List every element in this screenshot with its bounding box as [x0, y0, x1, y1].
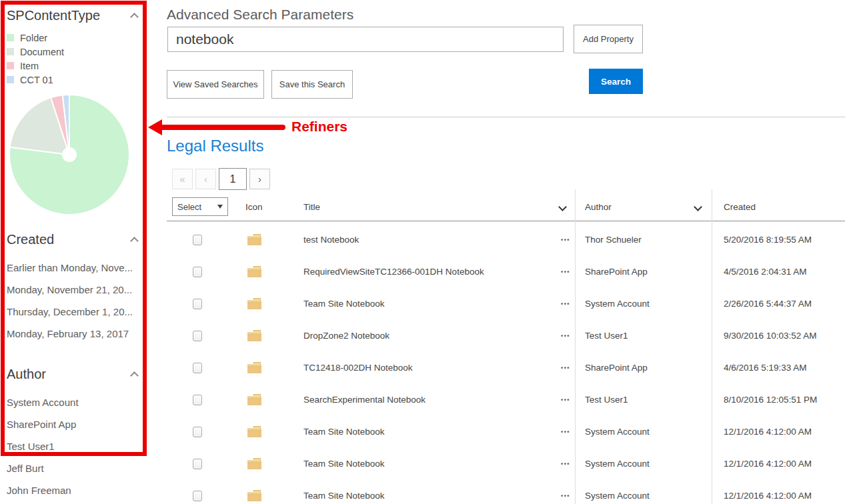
page-title: Advanced Search Parameters — [167, 7, 353, 23]
select-dropdown[interactable]: Select — [172, 197, 228, 216]
result-title: Team Site Notebook — [303, 480, 385, 504]
legend-item[interactable]: Item — [7, 59, 148, 73]
results-table-body: test Notebook ••• Thor Schueler 5/20/201… — [167, 224, 845, 504]
pagination-next-button[interactable]: › — [249, 169, 270, 189]
legend-swatch — [7, 76, 14, 83]
result-title: Team Site Notebook — [303, 288, 385, 320]
refiner-heading-author: Author — [7, 365, 148, 383]
folder-icon — [247, 330, 261, 341]
pagination: « ‹ 1 › — [172, 168, 273, 190]
author-sort-chevron-icon[interactable] — [694, 203, 702, 211]
table-row: DropZone2 Notebook ••• Test User1 9/30/2… — [167, 320, 845, 352]
annotation-arrow-icon — [148, 119, 162, 135]
select-dropdown-caret-icon — [217, 205, 223, 209]
ellipsis-menu-icon[interactable]: ••• — [561, 320, 570, 352]
row-checkbox[interactable] — [193, 267, 202, 277]
result-title: RequiredViewSiteTC12366-001DH Notebook — [303, 256, 484, 288]
refiner-author-option[interactable]: Test User1 — [7, 441, 148, 451]
result-created: 12/1/2016 4:12:00 AM — [724, 480, 812, 504]
result-author: SharePoint App — [585, 352, 648, 384]
search-query-input[interactable] — [167, 27, 564, 52]
row-checkbox[interactable] — [193, 299, 202, 309]
refiner-title: SPContentType — [7, 8, 100, 23]
pagination-current-page: 1 — [219, 168, 247, 190]
result-created: 9/30/2016 10:03:52 AM — [724, 320, 817, 352]
legal-results-heading: Legal Results — [167, 137, 263, 155]
result-created: 12/1/2016 4:12:00 AM — [724, 448, 812, 480]
row-checkbox[interactable] — [193, 459, 202, 469]
row-checkbox[interactable] — [193, 235, 202, 245]
legend-item[interactable]: Document — [7, 45, 148, 59]
row-checkbox[interactable] — [193, 395, 202, 405]
save-this-search-button[interactable]: Save this Search — [271, 70, 353, 99]
column-header-title[interactable]: Title — [303, 202, 320, 212]
result-created: 12/1/2016 4:12:00 AM — [724, 416, 812, 448]
row-checkbox[interactable] — [193, 363, 202, 373]
pie-legend: Folder Document Item CCT 01 — [7, 31, 148, 87]
folder-icon — [247, 362, 261, 373]
result-title: DropZone2 Notebook — [303, 320, 389, 352]
ellipsis-menu-icon[interactable]: ••• — [561, 416, 570, 448]
legend-swatch — [7, 48, 14, 55]
legend-label: Document — [20, 47, 64, 57]
column-header-author[interactable]: Author — [585, 202, 612, 212]
refiner-author-option[interactable]: John Freeman — [7, 485, 148, 495]
column-header-created[interactable]: Created — [724, 202, 756, 212]
result-author: Test User1 — [585, 384, 628, 416]
refiner-author-option[interactable]: System Account — [7, 397, 148, 407]
refiner-author-option[interactable]: Jeff Burt — [7, 463, 148, 473]
refiner-created-option[interactable]: Monday, November 21, 20... — [7, 285, 148, 295]
result-created: 2/26/2016 5:44:37 AM — [724, 288, 812, 320]
result-title: Team Site Notebook — [303, 416, 385, 448]
search-button[interactable]: Search — [589, 69, 643, 94]
ellipsis-menu-icon[interactable]: ••• — [561, 256, 570, 288]
view-saved-searches-button[interactable]: View Saved Searches — [167, 70, 264, 99]
result-author: System Account — [585, 416, 650, 448]
title-sort-chevron-icon[interactable] — [558, 203, 567, 211]
ellipsis-menu-icon[interactable]: ••• — [561, 288, 570, 320]
chevron-up-icon[interactable] — [130, 371, 139, 380]
result-created: 5/20/2016 8:19:55 AM — [724, 224, 812, 256]
add-property-button[interactable]: Add Property — [574, 25, 643, 53]
result-created: 8/10/2016 12:05:51 PM — [724, 384, 817, 416]
refiner-heading-created: Created — [7, 231, 148, 248]
ellipsis-menu-icon[interactable]: ••• — [561, 224, 570, 256]
result-created: 4/6/2016 5:19:33 AM — [724, 352, 807, 384]
pagination-first-button[interactable]: « — [172, 169, 193, 189]
table-row: RequiredViewSiteTC12366-001DH Notebook •… — [167, 256, 845, 288]
legend-item[interactable]: CCT 01 — [7, 73, 148, 87]
legend-swatch — [7, 62, 14, 69]
chevron-up-icon[interactable] — [130, 237, 139, 245]
ellipsis-menu-icon[interactable]: ••• — [561, 480, 570, 504]
refiner-created-option[interactable]: Monday, February 13, 2017 — [7, 329, 148, 339]
table-row: TC12418-002DH Notebook ••• SharePoint Ap… — [167, 352, 845, 384]
main-content: Advanced Search Parameters Add Property … — [167, 0, 845, 504]
result-author: Test User1 — [585, 320, 628, 352]
refiner-created-option[interactable]: Earlier than Monday, Nove... — [7, 263, 148, 273]
table-row: Team Site Notebook ••• System Account 12… — [167, 448, 845, 480]
legend-item[interactable]: Folder — [7, 31, 148, 45]
folder-icon — [247, 266, 261, 277]
result-title: SearchExperimental Notebook — [303, 384, 426, 416]
refiner-title: Created — [7, 232, 54, 247]
ellipsis-menu-icon[interactable]: ••• — [561, 448, 570, 480]
content-type-pie[interactable] — [5, 91, 133, 219]
refiner-created-option[interactable]: Thursday, December 1, 20... — [7, 307, 148, 317]
annotation-arrow-shaft — [162, 125, 285, 130]
legend-label: CCT 01 — [20, 75, 53, 85]
row-checkbox[interactable] — [193, 331, 202, 341]
ellipsis-menu-icon[interactable]: ••• — [561, 352, 570, 384]
row-checkbox[interactable] — [193, 491, 202, 501]
result-author: System Account — [585, 288, 650, 320]
row-checkbox[interactable] — [193, 427, 202, 437]
result-author: SharePoint App — [585, 256, 648, 288]
table-row: Team Site Notebook ••• System Account 12… — [167, 416, 845, 448]
refiner-author-option[interactable]: SharePoint App — [7, 419, 148, 429]
legend-label: Folder — [20, 33, 47, 43]
result-title: Team Site Notebook — [303, 448, 385, 480]
chevron-up-icon[interactable] — [130, 13, 139, 21]
ellipsis-menu-icon[interactable]: ••• — [561, 384, 570, 416]
pagination-prev-button[interactable]: ‹ — [195, 169, 216, 189]
result-author: Thor Schueler — [585, 224, 642, 256]
legend-swatch — [7, 34, 14, 41]
